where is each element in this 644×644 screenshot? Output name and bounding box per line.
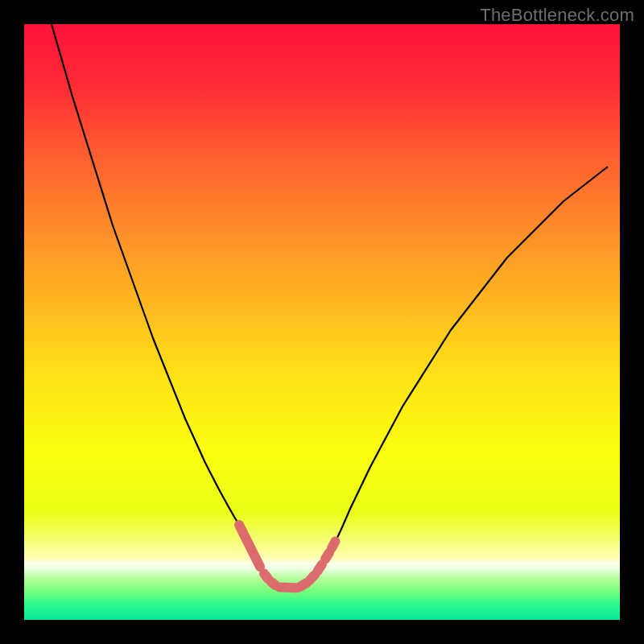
highlight-dash <box>310 575 316 580</box>
highlight-dash <box>332 542 336 549</box>
plot-area <box>24 24 620 620</box>
highlight-dash <box>264 574 268 580</box>
outer-frame: TheBottleneck.com <box>0 0 644 644</box>
highlight-dash <box>279 588 297 588</box>
highlight-dash <box>271 582 275 585</box>
highlight-dash <box>318 564 323 572</box>
bottleneck-curve <box>41 24 608 589</box>
chart-svg <box>24 24 620 620</box>
watermark-text: TheBottleneck.com <box>480 5 634 26</box>
highlight-dash <box>325 553 329 559</box>
highlight-dash <box>239 525 260 567</box>
